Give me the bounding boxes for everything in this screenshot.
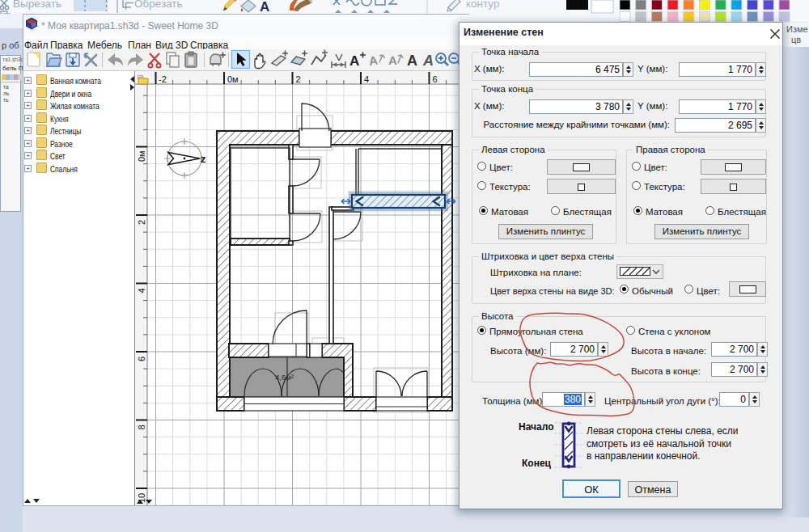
- svg-text:A: A: [388, 53, 397, 67]
- svg-text:A: A: [260, 0, 269, 15]
- svg-text:8: 8: [137, 424, 146, 429]
- svg-text:10: 10: [137, 493, 146, 503]
- svg-text:Обрезать: Обрезать: [134, 0, 183, 10]
- svg-text:A: A: [368, 53, 379, 68]
- svg-text:4: 4: [137, 288, 146, 293]
- svg-text:2: 2: [296, 74, 301, 84]
- svg-text:z: z: [201, 153, 206, 165]
- svg-text:0м: 0м: [227, 74, 239, 84]
- svg-text:4: 4: [364, 74, 369, 84]
- svg-text:6: 6: [137, 357, 146, 361]
- svg-text:A: A: [349, 53, 359, 69]
- svg-text:A: A: [407, 53, 417, 69]
- svg-text:-2: -2: [159, 74, 167, 84]
- svg-text:6: 6: [433, 74, 438, 84]
- svg-text:Вырезать: Вырезать: [13, 0, 61, 10]
- svg-text:A: A: [422, 53, 434, 69]
- svg-text:контур: контур: [466, 0, 499, 10]
- svg-text:0м: 0м: [137, 150, 146, 162]
- svg-text:2: 2: [137, 220, 146, 225]
